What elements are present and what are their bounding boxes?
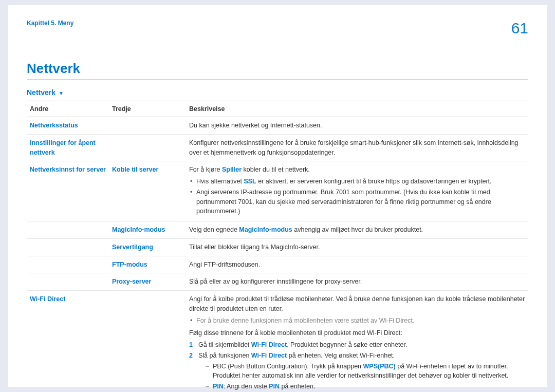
link-ssl[interactable]: SSL bbox=[244, 178, 256, 185]
cell-tredje: Servertilgang bbox=[109, 238, 186, 256]
cell-andre: Nettverksinnst for server bbox=[27, 161, 109, 221]
text: Gå til skjermbildet bbox=[198, 341, 251, 348]
subsection-label: Nettverk bbox=[27, 88, 55, 97]
cell-desc: Velg den egnede MagicInfo-modus avhengig… bbox=[186, 221, 528, 239]
triangle-down-icon: ▼ bbox=[59, 90, 64, 96]
cell-desc: Du kan sjekke nettverket og Internett-st… bbox=[186, 117, 528, 135]
text: kobler du til et nettverk. bbox=[242, 166, 310, 173]
cell-andre: Innstillinger for åpent nettverk bbox=[27, 134, 109, 161]
list-item: PBC (Push Button Configuration): Trykk p… bbox=[198, 362, 525, 381]
col-andre: Andre bbox=[27, 101, 109, 117]
settings-table: Andre Tredje Beskrivelse Nettverksstatus… bbox=[27, 101, 528, 392]
header: Kapittel 5. Meny 61 bbox=[27, 20, 528, 37]
numbered-list: Gå til skjermbildet Wi-Fi Direct. Produk… bbox=[189, 340, 525, 391]
chapter-label: Kapittel 5. Meny bbox=[27, 20, 73, 27]
link-pin[interactable]: PIN bbox=[213, 383, 224, 390]
cell-desc: Angi FTP-driftsmodusen. bbox=[186, 256, 528, 273]
cell-andre: Nettverksstatus bbox=[27, 117, 109, 135]
text: er aktivert, er serveren konfigurert til… bbox=[256, 178, 492, 185]
list-item: Gå til skjermbildet Wi-Fi Direct. Produk… bbox=[189, 340, 525, 350]
text: Velg den egnede bbox=[189, 226, 239, 233]
dash-list: PBC (Push Button Configuration): Trykk p… bbox=[198, 362, 525, 391]
link-wifi-direct[interactable]: Wi-Fi Direct bbox=[251, 341, 287, 348]
link-wifi-direct[interactable]: Wi-Fi Direct bbox=[251, 352, 287, 359]
text: Slå på funksjonen bbox=[198, 352, 251, 359]
link-spiller[interactable]: Spiller bbox=[222, 166, 242, 173]
subsection-heading: Nettverk ▼ bbox=[27, 88, 528, 97]
text: PBC (Push Button Configuration): Trykk p… bbox=[213, 363, 363, 370]
cell-tredje: FTP-modus bbox=[109, 256, 186, 273]
cell-andre: Wi-Fi Direct bbox=[27, 291, 109, 393]
link-magicinfo[interactable]: MagicInfo-modus bbox=[239, 226, 292, 233]
list-item: For å bruke denne funksjonen må mobilenh… bbox=[189, 316, 525, 326]
text: : Angi den viste bbox=[224, 383, 269, 390]
cell-desc: Konfigurer nettverksinnstillingene for å… bbox=[186, 134, 528, 161]
cell-tredje: Proxy-server bbox=[109, 273, 186, 291]
text: For å kjøre bbox=[189, 166, 222, 173]
cell-desc: Angi for å kolbe produktet til trådløse … bbox=[186, 291, 528, 393]
table-header-row: Andre Tredje Beskrivelse bbox=[27, 101, 528, 117]
col-tredje: Tredje bbox=[109, 101, 186, 117]
cell-tredje: Koble til server bbox=[109, 161, 186, 221]
table-row: MagicInfo-modus Velg den egnede MagicInf… bbox=[27, 221, 528, 239]
note-list: For å bruke denne funksjonen må mobilenh… bbox=[189, 316, 525, 326]
page-title: Nettverk bbox=[27, 61, 528, 77]
list-item: PIN: Angi den viste PIN på enheten. bbox=[198, 382, 525, 391]
table-row: FTP-modus Angi FTP-driftsmodusen. bbox=[27, 256, 528, 273]
paragraph: Angi for å kolbe produktet til trådløse … bbox=[189, 294, 525, 314]
page-number: 61 bbox=[511, 20, 528, 37]
cell-desc: Slå på eller av og konfigurerer innstill… bbox=[186, 273, 528, 291]
list-item: Angi serverens IP-adresse og portnummer.… bbox=[189, 188, 525, 216]
col-beskrivelse: Beskrivelse bbox=[186, 101, 528, 117]
paragraph: Følg disse trinnene for å koble mobilenh… bbox=[189, 328, 525, 338]
cell-desc: For å kjøre Spiller kobler du til et net… bbox=[186, 161, 528, 221]
cell-andre bbox=[27, 273, 109, 291]
list-item: Slå på funksjonen Wi-Fi Direct på enhete… bbox=[189, 351, 525, 391]
table-row: Wi-Fi Direct Angi for å kolbe produktet … bbox=[27, 291, 528, 393]
cell-tredje: MagicInfo-modus bbox=[109, 221, 186, 239]
page: Kapittel 5. Meny 61 Nettverk Nettverk ▼ … bbox=[8, 5, 547, 387]
cell-andre bbox=[27, 238, 109, 256]
table-row: Nettverksinnst for server Koble til serv… bbox=[27, 161, 528, 221]
table-row: Proxy-server Slå på eller av og konfigur… bbox=[27, 273, 528, 291]
link-pin[interactable]: PIN bbox=[269, 383, 280, 390]
cell-tredje bbox=[109, 134, 186, 161]
table-row: Servertilgang Tillat eller blokker tilga… bbox=[27, 238, 528, 256]
cell-tredje bbox=[109, 117, 186, 135]
table-row: Innstillinger for åpent nettverk Konfigu… bbox=[27, 134, 528, 161]
text: Hvis alternativet bbox=[196, 178, 244, 185]
title-divider bbox=[27, 80, 528, 80]
table-row: Nettverksstatus Du kan sjekke nettverket… bbox=[27, 117, 528, 135]
text: avhengig av miljøet hvor du bruker produ… bbox=[292, 226, 423, 233]
list-item: Hvis alternativet SSL er aktivert, er se… bbox=[189, 177, 525, 186]
cell-andre bbox=[27, 256, 109, 273]
text: på enheten. Velg ønsket Wi-Fi-enhet. bbox=[287, 352, 395, 359]
cell-andre bbox=[27, 221, 109, 239]
text: . Produktet begynner å søke etter enhete… bbox=[287, 341, 407, 348]
link-wps[interactable]: WPS(PBC) bbox=[363, 363, 396, 370]
text: på enheten. bbox=[280, 383, 316, 390]
cell-tredje bbox=[109, 291, 186, 393]
bullet-list: Hvis alternativet SSL er aktivert, er se… bbox=[189, 177, 525, 216]
cell-desc: Tillat eller blokker tilgang fra MagicIn… bbox=[186, 238, 528, 256]
